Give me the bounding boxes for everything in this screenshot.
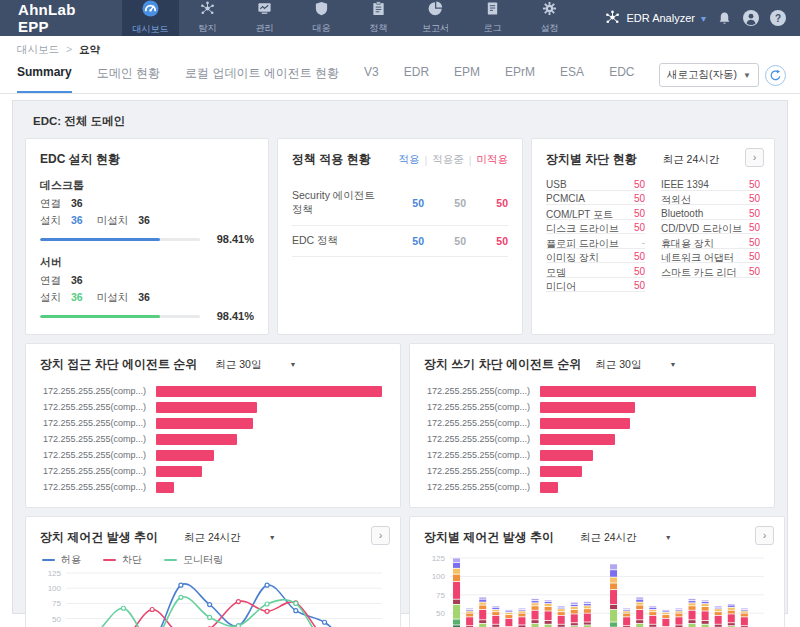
device-name: COM/LPT 포트 xyxy=(546,208,613,217)
nav-item-management[interactable]: 관리 xyxy=(236,0,293,36)
policy-legend-0[interactable]: 적용 xyxy=(399,153,420,167)
card-title: 장치 제어건 발생 추이 xyxy=(40,529,158,546)
period-label: 최근 30일 xyxy=(595,358,641,372)
tab-1[interactable]: 도메인 현황 xyxy=(97,56,160,93)
nav-item-label: 관리 xyxy=(256,22,274,35)
period-label: 최근 24시간 xyxy=(663,153,720,167)
device-name: 적외선 xyxy=(661,193,691,202)
tab-4[interactable]: EDR xyxy=(404,56,429,93)
write-rank-bars: 172.255.255.255(comp...)172.255.255.255(… xyxy=(424,383,760,495)
rank-agent-label: 172.255.255.255(comp...) xyxy=(424,418,530,428)
device-trend-more-button[interactable]: › xyxy=(755,526,774,545)
user-menu[interactable]: EDR Analyzer ▾ xyxy=(605,10,706,27)
device-block-count: 50 xyxy=(749,222,760,231)
control-trend-more-button[interactable]: › xyxy=(371,526,390,545)
tab-2[interactable]: 로컬 업데이트 에이전트 현황 xyxy=(185,56,339,93)
install-group: 서버연결36설치36미설치3698.41% xyxy=(40,255,254,322)
rank-bar-row: 172.255.255.255(comp...) xyxy=(424,431,760,447)
control-trend-period-select[interactable]: 최근 24시간 ▼ xyxy=(184,531,276,545)
policy-value-적용[interactable]: 50 xyxy=(382,197,424,209)
help-icon[interactable]: ? xyxy=(770,10,786,26)
legend-item-모니터링[interactable]: 모니터링 xyxy=(164,553,223,567)
policy-value-적용중[interactable]: 50 xyxy=(424,197,466,209)
device-name: 이미징 장치 xyxy=(546,251,599,260)
control-trend-card: 장치 제어건 발생 추이 최근 24시간 ▼ › 허용차단모니터링 025507… xyxy=(25,516,401,627)
policy-value-미적용[interactable]: 50 xyxy=(466,235,508,247)
edr-analyzer-icon xyxy=(605,10,620,27)
nav-item-settings[interactable]: 설정 xyxy=(521,0,578,36)
install-group-name: 서버 xyxy=(40,255,254,270)
user-label: EDR Analyzer xyxy=(626,12,694,24)
access-rank-period-select[interactable]: 최근 30일 ▼ xyxy=(215,358,296,372)
device-block-period-select[interactable]: 최근 24시간 ▼ xyxy=(663,153,755,167)
rank-bar xyxy=(156,386,382,397)
period-label: 최근 30일 xyxy=(215,358,261,372)
rank-agent-label: 172.255.255.255(comp...) xyxy=(40,402,146,412)
rank-bar xyxy=(156,434,237,445)
nav-item-detection[interactable]: 탐지 xyxy=(179,0,236,36)
device-row: 네트워크 어댑터50 xyxy=(661,249,760,264)
policy-value-적용중[interactable]: 50 xyxy=(424,235,466,247)
refresh-button[interactable] xyxy=(765,65,786,86)
rank-bar-row: 172.255.255.255(comp...) xyxy=(424,399,760,415)
navbar-right: EDR Analyzer ▾ ? xyxy=(605,0,800,36)
device-block-card: 장치별 차단 현황 최근 24시간 ▼ › USB50PCMCIA50COM/L… xyxy=(531,138,775,335)
write-rank-period-select[interactable]: 최근 30일 ▼ xyxy=(595,358,676,372)
tab-7[interactable]: ESA xyxy=(560,56,584,93)
nav-item-label: 정책 xyxy=(370,22,388,35)
policy-legend-1[interactable]: 적용중 xyxy=(432,153,464,167)
policy-rows: Security 에이전트 정책505050EDC 정책505050 xyxy=(292,181,508,257)
install-progress: 98.41% xyxy=(40,310,254,322)
tab-3[interactable]: V3 xyxy=(364,56,379,93)
device-name: 휴대용 장치 xyxy=(661,237,714,246)
app-logo[interactable]: AhnLab EPP xyxy=(0,0,122,36)
policy-value-적용[interactable]: 50 xyxy=(382,235,424,247)
nav-item-label: 보고서 xyxy=(422,22,449,35)
device-table-left-column: USB50PCMCIA50COM/LPT 포트50디스크 드라이브50플로피 드… xyxy=(546,176,645,292)
nav-item-label: 대응 xyxy=(313,22,331,35)
progress-fill xyxy=(40,238,160,241)
period-label: 최근 24시간 xyxy=(580,531,637,545)
nav-item-report[interactable]: 보고서 xyxy=(407,0,464,36)
nav-item-policy[interactable]: 정책 xyxy=(350,0,407,36)
gauge-icon xyxy=(142,0,159,21)
caret-down-icon: ▼ xyxy=(289,361,296,368)
tab-5[interactable]: EPM xyxy=(454,56,480,93)
policy-row: Security 에이전트 정책505050 xyxy=(292,181,508,226)
section-title: EDC: 전체 도메인 xyxy=(33,114,779,129)
rank-agent-label: 172.255.255.255(comp...) xyxy=(424,434,530,444)
device-block-more-button[interactable]: › xyxy=(745,148,764,167)
network-icon xyxy=(200,1,215,20)
nav-item-response[interactable]: 대응 xyxy=(293,0,350,36)
refresh-controls: 새로고침(자동) ▼ xyxy=(659,63,786,87)
progress-percent: 98.41% xyxy=(208,233,254,245)
legend-item-허용[interactable]: 허용 xyxy=(42,553,81,567)
breadcrumb-parent[interactable]: 대시보드 xyxy=(17,43,59,55)
policy-legend-2[interactable]: 미적용 xyxy=(477,153,509,167)
nav-item-dashboard[interactable]: 대시보드 xyxy=(122,0,179,36)
notifications-bell-icon[interactable] xyxy=(717,11,732,26)
clipboard-icon xyxy=(371,1,386,20)
rank-bar xyxy=(156,402,257,413)
device-trend-period-select[interactable]: 최근 24시간 ▼ xyxy=(580,531,672,545)
legend-swatch xyxy=(164,559,177,562)
legend-swatch xyxy=(42,559,55,562)
legend-separator: | xyxy=(425,154,428,166)
device-trend-card: 장치별 제어건 발생 추이 최근 24시간 ▼ › 02550751001251… xyxy=(409,516,785,627)
tab-6[interactable]: EPrM xyxy=(505,56,535,93)
device-row: PCMCIA50 xyxy=(546,191,645,206)
device-name: CD/DVD 드라이브 xyxy=(661,222,742,231)
policy-value-미적용[interactable]: 50 xyxy=(466,197,508,209)
legend-item-차단[interactable]: 차단 xyxy=(103,553,142,567)
rank-agent-label: 172.255.255.255(comp...) xyxy=(424,450,530,460)
device-write-rank-card: 장치 쓰기 차단 에이전트 순위 최근 30일 ▼ 172.255.255.25… xyxy=(409,343,775,508)
account-icon[interactable] xyxy=(743,10,759,26)
device-row: 휴대용 장치50 xyxy=(661,234,760,249)
rank-bar xyxy=(540,418,630,429)
rank-agent-label: 172.255.255.255(comp...) xyxy=(40,386,146,396)
nav-item-log[interactable]: 로그 xyxy=(464,0,521,36)
tab-8[interactable]: EDC xyxy=(609,56,634,93)
tab-summary[interactable]: Summary xyxy=(17,56,72,93)
main-nav: 대시보드탐지관리대응정책보고서로그설정 xyxy=(122,0,578,36)
refresh-mode-select[interactable]: 새로고침(자동) ▼ xyxy=(659,63,759,87)
